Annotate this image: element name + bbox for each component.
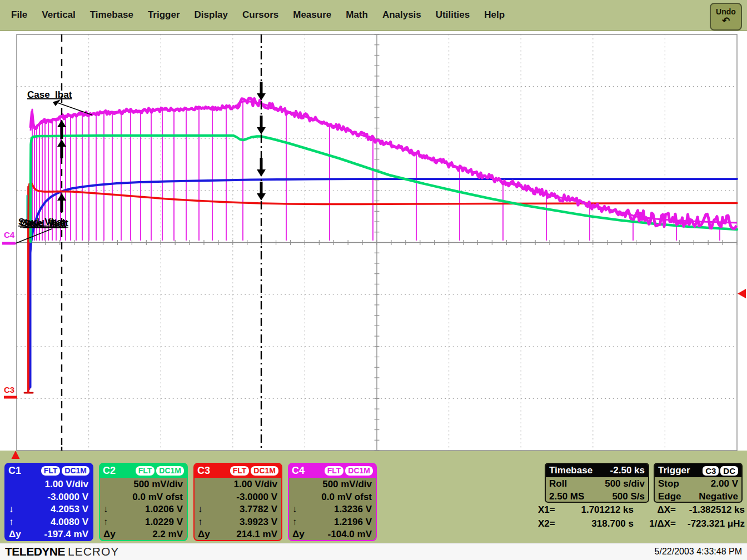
trigger-source-badge: C3 [703,466,719,476]
trigger-marker [12,451,20,459]
cursor-readout: X1= 1.701212 ks ΔX= -1.382512 ks X2= 318… [538,504,745,529]
channel-c4-scale: 500 mV/div [292,478,372,491]
menu-item-math[interactable]: Math [346,9,368,21]
invdx-value: -723.321 μHz [676,518,745,529]
channel-c3-descriptor[interactable]: C3 FLT DC1M 1.00 V/div -3.0000 V ↓3.7782… [193,463,282,541]
waveform-label: Stud_Ibat [23,218,67,229]
trigger-coupling-badge: DC [720,466,738,476]
trigger-state: Stop [658,478,679,489]
menu-item-measure[interactable]: Measure [293,9,331,21]
timebase-samplerate: 500 S/s [612,491,645,502]
status-panel: C1 FLT DC1M 1.00 V/div -3.0000 V ↓4.2053… [0,462,747,543]
channel-c1-x2-value: 4.0080 V [51,517,88,528]
channel-c2-x2-value: 1.0229 V [145,517,183,528]
brand-teledyne: TELEDYNE [5,545,65,558]
trigger-level: 2.00 V [711,478,738,489]
channel-c4-descriptor[interactable]: C4 FLT DC1M 500 mV/div 0.0 mV ofst ↓1.32… [288,463,377,541]
timebase-title: Timebase [549,465,592,476]
timebase-descriptor[interactable]: Timebase -2.50 ks Roll 500 s/div 2.50 MS… [545,463,649,503]
channel-c3-header: C3 FLT DC1M [195,464,281,478]
invdx-label: 1/ΔX= [634,518,676,529]
channel-c3-x1-value: 3.7782 V [240,504,277,515]
cursor-max-icon: ↑ [292,517,297,528]
menu-item-cursors[interactable]: Cursors [242,9,278,21]
cursor-min-icon: ↓ [292,504,297,515]
cursor-max-icon: ↑ [103,517,108,528]
channel-c4-x2-value: 1.2196 V [334,517,372,528]
channel-c2-x1-value: 1.0206 V [145,504,183,515]
channel-c1-descriptor[interactable]: C1 FLT DC1M 1.00 V/div -3.0000 V ↓4.2053… [4,463,93,541]
menu-item-vertical[interactable]: Vertical [42,9,76,21]
timebase-delay: -2.50 ks [610,465,645,476]
menu-item-timebase[interactable]: Timebase [90,9,133,21]
delta-y-icon: Δy [198,529,210,540]
channel-c3-name: C3 [197,465,210,477]
channel-c1-x1-value: 4.2053 V [51,504,88,515]
timebase-mode: Roll [549,478,567,489]
channel-c2-coupling-badge: DC1M [156,466,184,476]
trigger-slope: Negative [699,491,738,502]
channel-c2-dy-value: 2.2 mV [152,529,183,540]
undo-arrow-icon: ↶ [722,16,730,26]
trigger-type: Edge [658,491,681,502]
channel-c1-scale: 1.00 V/div [9,478,88,491]
channel-c2-name: C2 [103,465,116,477]
dx-label: ΔX= [634,504,676,516]
channel-c4-coupling-badge: DC1M [345,466,373,476]
menu-item-analysis[interactable]: Analysis [382,9,421,21]
delta-y-icon: Δy [103,529,116,540]
waveform-label: Case_Ibat [27,89,72,100]
channel-c4-x1-value: 1.3236 V [334,504,372,515]
channel-c2-descriptor[interactable]: C2 FLT DC1M 500 mV/div 0.0 mV ofst ↓1.02… [99,463,188,541]
menu-item-display[interactable]: Display [195,9,228,21]
delta-y-icon: Δy [292,529,305,540]
channel-c3-offset: -3.0000 V [198,491,277,504]
cursor-min-icon: ↓ [103,504,108,515]
undo-button[interactable]: Undo ↶ [710,3,742,31]
channel-c1-dy-value: -197.4 mV [44,529,88,540]
channel-c2-offset: 0.0 mV ofst [103,491,183,504]
channel-c4-dy-value: -104.0 mV [328,529,372,540]
cursor-min-icon: ↓ [9,504,14,515]
channel-c3-scale: 1.00 V/div [198,478,277,491]
channel-c1-flt-badge: FLT [41,466,61,476]
channel-c2-scale: 500 mV/div [103,478,183,491]
channel-c4-flt-badge: FLT [325,466,344,476]
menu-bar: File Vertical Timebase Trigger Display C… [0,0,747,31]
channel-c1-name: C1 [8,465,21,477]
brand-logo: TELEDYNELECROY [5,545,119,558]
channel-c3-x2-value: 3.9923 V [240,517,277,528]
channel-c2-flt-badge: FLT [136,466,155,476]
menu-item-utilities[interactable]: Utilities [436,9,470,21]
channel-c4-offset: 0.0 mV ofst [292,491,372,504]
menu-item-trigger[interactable]: Trigger [148,9,180,21]
x2-value: 318.700 s [567,518,634,529]
waveform-label: C4 [4,230,15,239]
cursor-max-icon: ↑ [9,517,14,528]
brand-lecroy: LECROY [68,545,119,558]
timebase-scale: 500 s/div [605,478,645,489]
timebase-memory: 2.50 MS [549,491,584,502]
menu-item-file[interactable]: File [11,9,27,21]
x1-value: 1.701212 ks [567,504,634,516]
undo-label: Undo [716,8,736,16]
channel-c3-dy-value: 214.1 mV [236,529,277,540]
channel-c4-header: C4 FLT DC1M [289,464,376,478]
x1-label: X1= [538,504,567,516]
delta-y-icon: Δy [9,529,21,540]
timestamp: 5/22/2003 4:33:48 PM [655,547,742,557]
waveform-label: C3 [4,385,14,394]
channel-c4-name: C4 [292,465,305,477]
channel-c3-flt-badge: FLT [230,466,250,476]
menu-item-help[interactable]: Help [484,9,505,21]
cursor-max-icon: ↑ [198,517,203,528]
footer-bar: TELEDYNELECROY 5/22/2003 4:33:48 PM [0,543,747,560]
oscilloscope-screen: Case_IbatStud_VbatCase_VbatStud_IbatC4C3… [0,0,747,560]
x2-label: X2= [538,518,567,529]
channel-c3-coupling-badge: DC1M [251,466,278,476]
channel-c1-offset: -3.0000 V [9,491,88,504]
channel-c2-header: C2 FLT DC1M [100,464,187,478]
trigger-title: Trigger [658,465,690,476]
trigger-descriptor[interactable]: Trigger C3 DC Stop 2.00 V Edge Negative [654,463,743,503]
dx-value: -1.382512 ks [676,504,745,516]
